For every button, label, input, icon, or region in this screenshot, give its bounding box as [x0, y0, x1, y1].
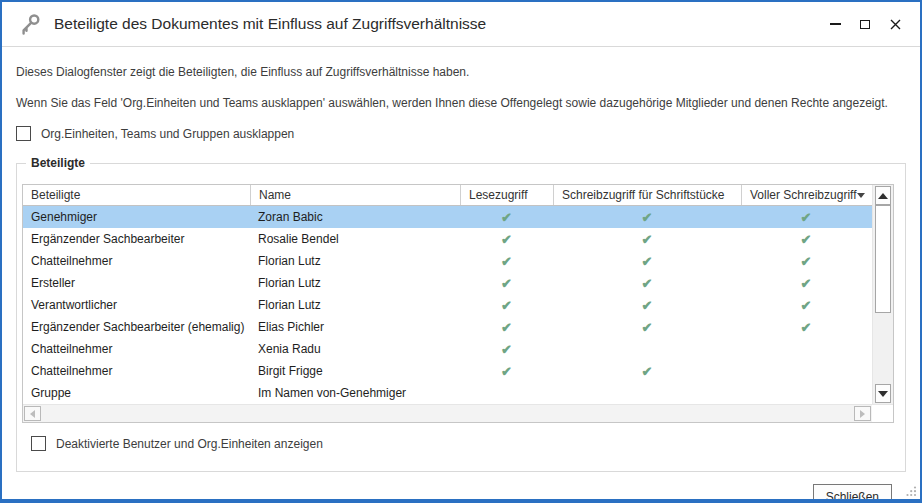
vertical-scrollbar-thumb[interactable] [875, 205, 891, 313]
table-cell: Im Namen von-Genehmiger [250, 386, 460, 400]
table-row[interactable]: ChatteilnehmerXenia Radu✔ [23, 338, 872, 360]
table-cell: Birgit Frigge [250, 364, 460, 378]
beteiligte-groupbox: Beteiligte BeteiligteNameLesezugriffSchr… [16, 163, 906, 472]
check-icon: ✔ [460, 298, 553, 313]
maximize-button[interactable] [850, 9, 880, 39]
show-disabled-checkbox-label: Deaktivierte Benutzer und Org.Einheiten … [56, 437, 323, 451]
maximize-icon [860, 20, 870, 29]
check-icon: ✔ [460, 364, 553, 379]
table-cell: Chatteilnehmer [23, 364, 250, 378]
table-row[interactable]: ChatteilnehmerBirgit Frigge✔✔ [23, 360, 872, 382]
dialog-window: Beteiligte des Dokumentes mit Einfluss a… [0, 0, 922, 503]
table-row[interactable]: GenehmigerZoran Babic✔✔✔ [23, 206, 872, 228]
close-button[interactable] [880, 9, 910, 39]
scroll-up-button[interactable] [875, 186, 891, 205]
close-dialog-button[interactable]: Schließen [813, 484, 892, 503]
table-cell: Florian Lutz [250, 254, 460, 268]
column-header-4[interactable]: Voller Schreibzugriff [741, 185, 871, 205]
column-header-label: Name [259, 188, 291, 202]
arrow-down-icon [878, 391, 888, 397]
title-bar: Beteiligte des Dokumentes mit Einfluss a… [2, 2, 920, 46]
resize-grip[interactable] [905, 485, 917, 497]
check-icon: ✔ [460, 342, 553, 357]
table-cell: Ersteller [23, 276, 250, 290]
arrow-left-icon [30, 410, 35, 418]
table-row[interactable]: ErstellerFlorian Lutz✔✔✔ [23, 272, 872, 294]
horizontal-scrollbar[interactable] [23, 405, 872, 422]
table-cell: Rosalie Bendel [250, 232, 460, 246]
check-icon: ✔ [741, 254, 871, 269]
expand-checkbox-row: Org.Einheiten, Teams und Gruppen ausklap… [16, 126, 906, 141]
table-cell: Florian Lutz [250, 298, 460, 312]
table-cell: Elias Pichler [250, 320, 460, 334]
table-cell: Chatteilnehmer [23, 342, 250, 356]
check-icon: ✔ [741, 276, 871, 291]
table-row[interactable]: ChatteilnehmerFlorian Lutz✔✔✔ [23, 250, 872, 272]
intro-text-2: Wenn Sie das Feld 'Org.Einheiten und Tea… [16, 96, 906, 110]
check-icon: ✔ [553, 364, 741, 379]
column-header-label: Lesezugriff [469, 188, 527, 202]
show-disabled-checkbox[interactable] [31, 436, 46, 451]
table-row[interactable]: Ergänzender SachbearbeiterRosalie Bendel… [23, 228, 872, 250]
window-title: Beteiligte des Dokumentes mit Einfluss a… [54, 15, 486, 33]
check-icon: ✔ [741, 210, 871, 225]
scroll-left-button[interactable] [24, 406, 41, 421]
intro-text-1: Dieses Dialogfenster zeigt die Beteiligt… [16, 65, 906, 79]
arrow-up-icon [878, 193, 888, 199]
check-icon: ✔ [553, 232, 741, 247]
dialog-content: Dieses Dialogfenster zeigt die Beteiligt… [2, 47, 920, 503]
scroll-down-button[interactable] [875, 384, 891, 403]
table-row[interactable]: VerantwortlicherFlorian Lutz✔✔✔ [23, 294, 872, 316]
check-icon: ✔ [460, 320, 553, 335]
column-header-2[interactable]: Lesezugriff [460, 185, 553, 205]
check-icon: ✔ [553, 210, 741, 225]
table-cell: Gruppe [23, 386, 250, 400]
arrow-right-icon [860, 410, 865, 418]
expand-checkbox[interactable] [16, 126, 31, 141]
check-icon: ✔ [460, 232, 553, 247]
table-cell: Xenia Radu [250, 342, 460, 356]
show-disabled-checkbox-row: Deaktivierte Benutzer und Org.Einheiten … [31, 436, 896, 451]
scroll-right-button[interactable] [854, 406, 871, 421]
check-icon: ✔ [460, 254, 553, 269]
column-header-1[interactable]: Name [250, 185, 460, 205]
check-icon: ✔ [741, 320, 871, 335]
check-icon: ✔ [553, 276, 741, 291]
check-icon: ✔ [553, 298, 741, 313]
close-icon [890, 19, 901, 30]
table-cell: Ergänzender Sachbearbeiter [23, 232, 250, 246]
scrollbar-corner [872, 405, 893, 422]
check-icon: ✔ [553, 320, 741, 335]
table-cell: Chatteilnehmer [23, 254, 250, 268]
expand-checkbox-label: Org.Einheiten, Teams und Gruppen ausklap… [41, 127, 294, 141]
table-cell: Genehmiger [23, 210, 250, 224]
table-header-row: BeteiligteNameLesezugriffSchreibzugriff … [23, 185, 872, 206]
window-controls [820, 9, 910, 39]
filter-dropdown-icon[interactable] [857, 193, 865, 198]
key-icon [18, 12, 42, 36]
table-cell: Ergänzender Sachbearbeiter (ehemalig) [23, 320, 250, 334]
check-icon: ✔ [553, 254, 741, 269]
table-body: GenehmigerZoran Babic✔✔✔Ergänzender Sach… [23, 206, 872, 404]
minimize-icon [830, 23, 841, 25]
table-cell: Verantwortlicher [23, 298, 250, 312]
vertical-scrollbar[interactable] [872, 185, 893, 404]
participants-table: BeteiligteNameLesezugriffSchreibzugriff … [22, 184, 894, 423]
column-header-label: Schreibzugriff für Schriftstücke [562, 188, 725, 202]
column-header-3[interactable]: Schreibzugriff für Schriftstücke [553, 185, 741, 205]
table-row[interactable]: Ergänzender Sachbearbeiter (ehemalig)Eli… [23, 316, 872, 338]
check-icon: ✔ [741, 298, 871, 313]
table-cell: Zoran Babic [250, 210, 460, 224]
table-cell: Florian Lutz [250, 276, 460, 290]
column-header-label: Beteiligte [31, 188, 80, 202]
check-icon: ✔ [741, 232, 871, 247]
groupbox-label: Beteiligte [26, 156, 90, 170]
minimize-button[interactable] [820, 9, 850, 39]
table-row[interactable]: GruppeIm Namen von-Genehmiger [23, 382, 872, 404]
column-header-0[interactable]: Beteiligte [23, 185, 250, 205]
column-header-label: Voller Schreibzugriff [750, 188, 857, 202]
footer: Schließen [16, 472, 906, 503]
check-icon: ✔ [460, 276, 553, 291]
check-icon: ✔ [460, 210, 553, 225]
